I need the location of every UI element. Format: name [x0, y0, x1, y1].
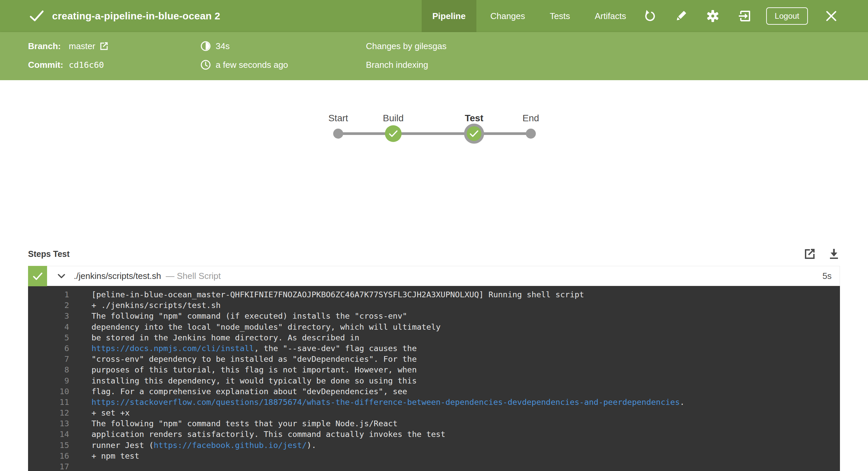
console-line-number[interactable]: 12: [28, 408, 69, 418]
console-line-text: + npm test: [91, 451, 139, 461]
console-line-number[interactable]: 7: [28, 354, 69, 364]
step-duration: 5s: [823, 271, 832, 281]
console-line-text: "cross-env" dependency to be installed a…: [91, 354, 416, 364]
console-log: 1[peline-in-blue-ocean_master-QHFKIFNIE7…: [28, 286, 840, 471]
terminal-dot: [526, 128, 536, 139]
duration-icon: [200, 41, 211, 52]
pipeline-node-label-build: Build: [353, 112, 433, 124]
console-text: dependency into the local "node_modules"…: [91, 322, 441, 332]
console-line-number[interactable]: 16: [28, 451, 69, 461]
edit-button[interactable]: [675, 10, 687, 22]
console-line: 2+ ./jenkins/scripts/test.sh: [28, 300, 840, 311]
changes-row: Changes by gilesgas: [366, 37, 446, 55]
console-link[interactable]: https://docs.npmjs.com/cli/install: [91, 344, 254, 353]
top-header: creating-a-pipeline-in-blue-ocean 2 Pipe…: [0, 0, 868, 32]
console-line-number[interactable]: 2: [28, 300, 69, 311]
console-text: , the "--save-dev" flag causes the: [254, 344, 416, 353]
console-line: 7"cross-env" dependency to be installed …: [28, 354, 840, 364]
tab-pipeline[interactable]: Pipeline: [422, 0, 476, 32]
pipeline-node-start[interactable]: [333, 128, 343, 139]
console-line-number[interactable]: 6: [28, 343, 69, 354]
console-line: 15runner Jest (https://facebook.github.i…: [28, 440, 840, 451]
console-line-number[interactable]: 5: [28, 332, 69, 343]
console-line-number[interactable]: 10: [28, 386, 69, 397]
console-line-text: application renders satisfactorily. This…: [91, 429, 445, 440]
success-check-icon: [464, 124, 484, 144]
console-line-number[interactable]: 8: [28, 364, 69, 375]
console-text: ).: [307, 441, 316, 450]
pipeline-node-test[interactable]: [464, 124, 484, 144]
console-text: [peline-in-blue-ocean_master-QHFKIFNIE7F…: [91, 290, 584, 299]
console-line-text: purposes of this tutorial, this flag is …: [91, 364, 416, 375]
branch-label: Branch:: [28, 41, 69, 52]
console-text: be stored in the Jenkins home directory.…: [91, 333, 359, 343]
console-line: 4dependency into the local "node_modules…: [28, 322, 840, 332]
console-line: 9installing this dependency, it would ty…: [28, 376, 840, 386]
download-log-button[interactable]: [828, 247, 840, 260]
console-line-text: [peline-in-blue-ocean_master-QHFKIFNIE7F…: [91, 289, 584, 300]
cause-row: Branch indexing: [366, 55, 446, 74]
tab-changes[interactable]: Changes: [480, 0, 536, 32]
step-title: ./jenkins/scripts/test.sh: [74, 271, 161, 281]
pipeline-node-build[interactable]: [385, 125, 402, 142]
console-line: 17: [28, 461, 840, 471]
console-text: The following "npm" command (if executed…: [91, 311, 407, 321]
time-column: 34s a few seconds ago: [200, 37, 288, 74]
console-text: application renders satisfactorily. This…: [91, 430, 445, 439]
console-line-number[interactable]: 1: [28, 289, 69, 300]
pipeline-node-end[interactable]: [526, 128, 536, 139]
console-text: The following "npm" command tests that y…: [91, 419, 398, 428]
pipeline-node-label-end: End: [491, 112, 571, 124]
console-text: runner Jest (: [91, 441, 154, 450]
close-button[interactable]: [825, 10, 837, 22]
settings-button[interactable]: [706, 9, 719, 23]
console-line: 5be stored in the Jenkins home directory…: [28, 332, 840, 343]
console-text: + ./jenkins/scripts/test.sh: [91, 301, 221, 310]
console-line-text: be stored in the Jenkins home directory.…: [91, 332, 359, 343]
external-link-icon: [99, 41, 108, 51]
blue-ocean-pipeline-page: { "header": { "title": "creating-a-pipel…: [0, 0, 868, 471]
console-line-text: The following "npm" command (if executed…: [91, 311, 407, 321]
console-line-number[interactable]: 13: [28, 418, 69, 429]
branch-value[interactable]: master: [69, 41, 108, 52]
console-line: 11https://stackoverflow.com/questions/18…: [28, 397, 840, 408]
console-line-text: runner Jest (https://facebook.github.io/…: [91, 440, 316, 451]
console-text: installing this dependency, it would typ…: [91, 376, 416, 385]
console-line-number[interactable]: 11: [28, 397, 69, 408]
run-status-check-icon: [29, 10, 44, 22]
changes-value: Changes by gilesgas: [366, 41, 446, 52]
exit-button[interactable]: [738, 9, 751, 23]
console-line-text: https://stackoverflow.com/questions/1887…: [91, 397, 685, 408]
console-line-number[interactable]: 4: [28, 322, 69, 332]
commit-row: Commit: cd16c60: [28, 55, 108, 74]
terminal-dot: [333, 128, 343, 139]
rerun-button[interactable]: [643, 9, 656, 23]
console-link[interactable]: https://stackoverflow.com/questions/1887…: [91, 398, 680, 407]
duration-value: 34s: [216, 41, 230, 52]
console-text: "cross-env" dependency to be installed a…: [91, 354, 416, 364]
tab-bar: PipelineChangesTestsArtifacts: [422, 0, 637, 32]
console-line: 3The following "npm" command (if execute…: [28, 311, 840, 321]
console-line-number[interactable]: 3: [28, 311, 69, 321]
console-line-number[interactable]: 17: [28, 461, 69, 471]
console-link[interactable]: https://facebook.github.io/jest/: [154, 441, 307, 450]
console-line: 6https://docs.npmjs.com/cli/install, the…: [28, 343, 840, 354]
duration-row: 34s: [200, 37, 288, 55]
console-line-number[interactable]: 15: [28, 440, 69, 451]
tab-tests[interactable]: Tests: [539, 0, 581, 32]
chevron-down-icon: [58, 274, 65, 278]
close-icon: [825, 10, 837, 22]
commit-value: cd16c60: [69, 60, 104, 70]
console-line: 8purposes of this tutorial, this flag is…: [28, 364, 840, 375]
logout-button[interactable]: Logout: [766, 7, 808, 25]
console-line-number[interactable]: 9: [28, 376, 69, 386]
tab-artifacts[interactable]: Artifacts: [584, 0, 637, 32]
console-line: 13The following "npm" command tests that…: [28, 418, 840, 429]
open-log-newtab-button[interactable]: [803, 247, 816, 260]
rerun-icon: [643, 9, 656, 23]
console-line-text: The following "npm" command tests that y…: [91, 418, 398, 429]
pencil-icon: [675, 10, 687, 22]
console-line: 14application renders satisfactorily. Th…: [28, 429, 840, 440]
step-row[interactable]: ./jenkins/scripts/test.sh — Shell Script…: [28, 266, 840, 286]
console-line-number[interactable]: 14: [28, 429, 69, 440]
